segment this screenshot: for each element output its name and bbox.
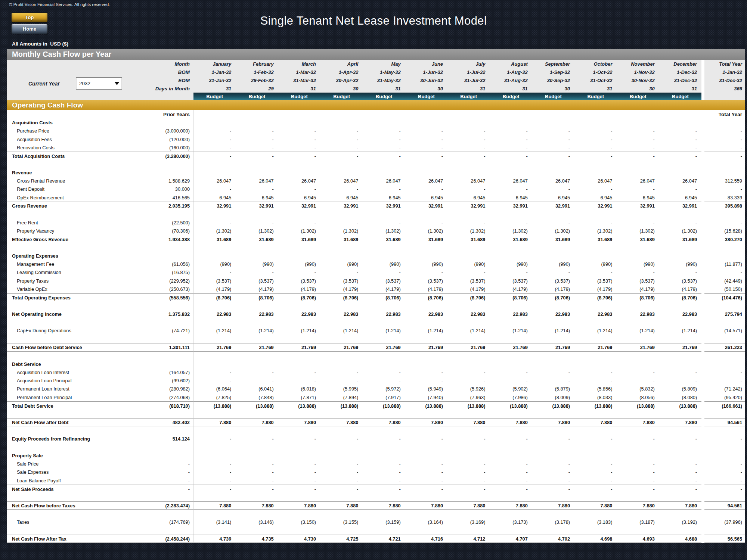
- row-label: Property Vacancy: [7, 227, 149, 235]
- month-cell: [278, 168, 320, 177]
- prior-cell: (78.306): [149, 227, 193, 235]
- month-cell: [532, 360, 574, 368]
- table-row: Gross Rental Revenue1.588.62926.04726.04…: [7, 177, 745, 185]
- month-cell: 6.945: [490, 193, 532, 202]
- month-cell: [490, 318, 532, 326]
- row-label: Net Cash Flow before Taxes: [7, 501, 149, 510]
- row-label: Operating Expenses: [7, 252, 149, 260]
- month-cell: -: [532, 185, 574, 193]
- month-cell: 26.047: [278, 177, 320, 185]
- row-label: Acquisition Fees: [7, 135, 149, 143]
- spacer: [149, 93, 193, 100]
- row-label: Rent Deposit: [7, 185, 149, 193]
- prior-cell: 30.000: [149, 185, 193, 193]
- month-cell: [574, 318, 617, 326]
- month-cell: -: [320, 460, 363, 468]
- month-cell: 21.769: [490, 343, 532, 351]
- month-cell: -: [659, 377, 701, 385]
- month-cell: [490, 426, 532, 435]
- prior-cell: (274.068): [149, 393, 193, 401]
- total-year-header: Total Year: [704, 110, 745, 118]
- month-month-cell: May: [363, 60, 405, 68]
- month-cell: -: [236, 218, 278, 227]
- month-eom-cell: 31-Jul-32: [447, 76, 490, 84]
- table-row: Net Cash Flow before Taxes(2.283.474)7.8…: [7, 501, 745, 510]
- table-row: Operating Expenses: [7, 252, 745, 260]
- month-cell: -: [193, 377, 236, 385]
- month-cell: [659, 493, 701, 501]
- row-label: Acquisition Loan Principal: [7, 377, 149, 385]
- month-cell: [363, 302, 405, 310]
- operating-cash-flow-band: Operating Cash Flow: [7, 100, 745, 110]
- month-cell: [236, 168, 278, 177]
- month-cell: [405, 318, 447, 326]
- month-cell: 31.689: [278, 235, 320, 243]
- month-cell: -: [617, 127, 659, 135]
- prior-cell: 1.301.111: [149, 343, 193, 351]
- month-cell: 32.991: [532, 202, 574, 210]
- month-days-cell: 31: [363, 84, 405, 93]
- month-cell: (1.302): [532, 227, 574, 235]
- month-cell: (1.214): [236, 327, 278, 335]
- month-cell: [405, 243, 447, 252]
- month-cell: [659, 443, 701, 451]
- month-cell: [659, 543, 701, 543]
- chevron-down-icon[interactable]: [112, 78, 122, 89]
- month-bom-cell: 1-Jul-32: [447, 68, 490, 76]
- month-bom-cell: 1-Apr-32: [320, 68, 363, 76]
- current-year-dropdown[interactable]: 2032: [76, 77, 122, 90]
- month-cell: [363, 493, 405, 501]
- month-cell: -: [532, 368, 574, 376]
- month-cell: -: [363, 218, 405, 227]
- month-cell: (990): [236, 260, 278, 268]
- month-cell: -: [574, 377, 617, 385]
- row-label: Cash Flow before Debt Service: [7, 343, 149, 351]
- month-cell: [193, 510, 236, 518]
- prior-cell: (164.057): [149, 368, 193, 376]
- prior-cell: (120.000): [149, 135, 193, 143]
- month-cell: -: [236, 135, 278, 143]
- column-gap: [701, 352, 704, 360]
- month-cell: [405, 443, 447, 451]
- calendar-row-label: EOM: [149, 76, 193, 84]
- month-month-cell: January: [193, 60, 236, 68]
- month-cell: (4.179): [278, 285, 320, 293]
- month-cell: [490, 443, 532, 451]
- month-cell: [405, 426, 447, 435]
- month-cell: [617, 168, 659, 177]
- prior-cell: 2.035.195: [149, 202, 193, 210]
- table-row: Acquisition Costs: [7, 118, 745, 127]
- month-cell: (7.871): [278, 393, 320, 401]
- month-cell: 31.689: [320, 235, 363, 243]
- column-gap: [701, 260, 704, 268]
- month-cell: (6.064): [193, 385, 236, 393]
- month-cell: (3.150): [278, 518, 320, 526]
- spacer: [193, 110, 701, 118]
- month-cell: [447, 168, 490, 177]
- month-cell: (13.888): [617, 401, 659, 410]
- month-cell: [278, 493, 320, 501]
- month-cell: 22.983: [447, 310, 490, 318]
- month-cell: 21.769: [236, 343, 278, 351]
- month-cell: 7.880: [659, 418, 701, 426]
- month-cell: -: [320, 476, 363, 485]
- month-cell: [532, 302, 574, 310]
- prior-cell: 416.565: [149, 193, 193, 202]
- month-cell: [320, 160, 363, 168]
- month-cell: [236, 410, 278, 418]
- month-cell: (8.706): [193, 293, 236, 302]
- month-cell: [617, 252, 659, 260]
- month-month-cell: October: [574, 60, 617, 68]
- table-row: Sale Price--------------: [7, 460, 745, 468]
- month-cell: -: [447, 218, 490, 227]
- month-cell: [320, 168, 363, 177]
- month-cell: -: [532, 268, 574, 277]
- month-cell: [236, 318, 278, 326]
- total-cell: 275.794: [704, 310, 745, 318]
- month-month-cell: March: [278, 60, 320, 68]
- column-gap: [701, 385, 704, 393]
- month-cell: [659, 252, 701, 260]
- month-cell: (4.179): [320, 285, 363, 293]
- month-cell: 31.689: [193, 235, 236, 243]
- month-cell: (7.825): [193, 393, 236, 401]
